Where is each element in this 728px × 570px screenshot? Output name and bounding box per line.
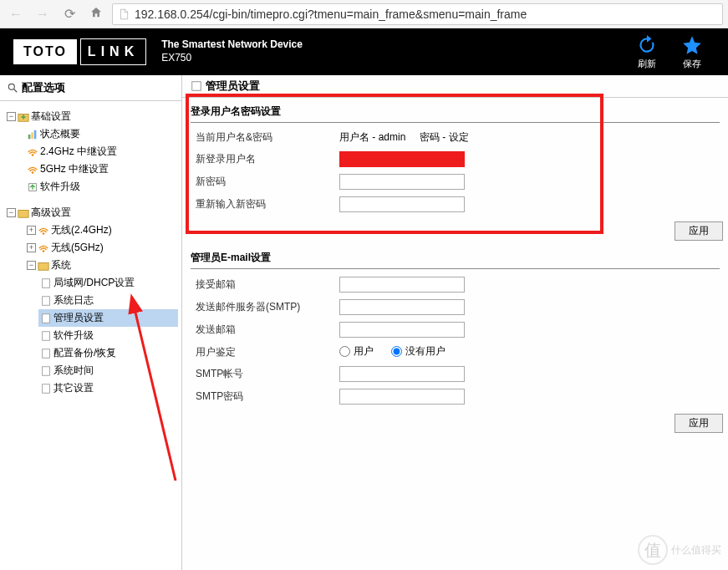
page-icon bbox=[40, 365, 52, 377]
row-confirm-password: 重新输入新密码 bbox=[192, 194, 718, 215]
page-icon bbox=[40, 295, 52, 307]
page-icon bbox=[40, 313, 52, 324]
svg-rect-20 bbox=[43, 366, 50, 375]
tree-admin-settings[interactable]: 管理员设置 bbox=[38, 309, 178, 327]
search-icon bbox=[7, 82, 18, 94]
sidebar: 配置选项 − 基础设置 状态概要 2.4GHz 中继设置 5GHz 中继设置 bbox=[0, 75, 182, 570]
upgrade-icon bbox=[27, 181, 38, 193]
email-form: 接受邮箱 发送邮件服务器(SMTP) 发送邮箱 用户鉴定 用户 bbox=[191, 272, 720, 409]
svg-rect-7 bbox=[34, 130, 37, 139]
logo-text-left: TOTO bbox=[13, 39, 77, 64]
tree-wireless-5[interactable]: + 无线(5GHz) bbox=[25, 239, 178, 257]
tree-basic-settings[interactable]: − 基础设置 bbox=[5, 108, 178, 125]
svg-rect-11 bbox=[18, 210, 28, 217]
tree-status[interactable]: 状态概要 bbox=[25, 125, 178, 143]
nav-back-button[interactable]: ← bbox=[5, 4, 27, 24]
svg-rect-17 bbox=[43, 313, 50, 323]
save-button[interactable]: 保存 bbox=[669, 34, 715, 70]
label-smtp-server: 发送邮件服务器(SMTP) bbox=[192, 297, 334, 318]
svg-rect-14 bbox=[38, 262, 48, 270]
svg-rect-22 bbox=[192, 82, 201, 91]
folder-icon bbox=[38, 260, 49, 272]
url-input[interactable] bbox=[135, 8, 717, 21]
smtp-account-input[interactable] bbox=[339, 366, 465, 382]
folder-icon bbox=[18, 207, 29, 219]
wifi-icon bbox=[38, 225, 49, 237]
label-smtp-account: SMTP帐号 bbox=[192, 364, 334, 384]
sidebar-title: 配置选项 bbox=[0, 75, 181, 101]
tree-syslog[interactable]: 系统日志 bbox=[38, 292, 178, 309]
model-text: EX750 bbox=[161, 52, 303, 65]
smtp-server-input[interactable] bbox=[339, 299, 465, 315]
svg-point-0 bbox=[8, 84, 14, 89]
refresh-button[interactable]: 刷新 bbox=[624, 34, 669, 70]
tree-5ghz-relay[interactable]: 5GHz 中继设置 bbox=[25, 160, 178, 178]
label-current: 当前用户名&密码 bbox=[192, 128, 334, 147]
watermark-icon: 值 bbox=[638, 535, 668, 565]
svg-point-9 bbox=[32, 171, 34, 174]
nav-home-button[interactable] bbox=[85, 4, 107, 24]
logo-text-right: LINK bbox=[80, 38, 146, 65]
label-send-mail: 发送邮箱 bbox=[192, 319, 334, 340]
tree-backup-restore[interactable]: 配置备份/恢复 bbox=[38, 344, 178, 362]
tree-firmware-upgrade-basic[interactable]: 软件升级 bbox=[25, 178, 178, 196]
folder-plus-icon bbox=[18, 111, 29, 123]
recv-mail-input[interactable] bbox=[339, 277, 465, 293]
tree-other-settings[interactable]: 其它设置 bbox=[38, 379, 178, 397]
content-area: 管理员设置 登录用户名密码设置 当前用户名&密码 用户名 - admin 密码 … bbox=[182, 75, 728, 570]
page-icon bbox=[118, 8, 130, 20]
new-username-input[interactable] bbox=[339, 151, 465, 167]
svg-point-13 bbox=[43, 250, 45, 252]
svg-rect-19 bbox=[43, 349, 50, 358]
current-username-value: 用户名 - admin bbox=[339, 131, 405, 143]
refresh-icon bbox=[636, 34, 658, 56]
watermark: 值 什么值得买 bbox=[638, 535, 721, 565]
smtp-password-input[interactable] bbox=[339, 389, 465, 405]
tree-lan-dhcp[interactable]: 局域网/DHCP设置 bbox=[38, 274, 178, 292]
page-icon bbox=[191, 80, 202, 92]
auth-user-radio[interactable] bbox=[339, 346, 350, 357]
label-recv-mail: 接受邮箱 bbox=[192, 274, 334, 295]
tagline: The Smartest Network Device EX750 bbox=[161, 38, 303, 64]
auth-none-option[interactable]: 没有用户 bbox=[391, 344, 445, 359]
page-icon bbox=[40, 383, 52, 394]
nav-reload-button[interactable]: ⟳ bbox=[59, 4, 80, 24]
apply-email-button[interactable]: 应用 bbox=[675, 414, 723, 433]
tree-firmware-upgrade[interactable]: 软件升级 bbox=[38, 327, 178, 344]
auth-user-option[interactable]: 用户 bbox=[339, 344, 374, 359]
svg-rect-18 bbox=[43, 331, 50, 340]
content-title: 管理员设置 bbox=[182, 75, 728, 98]
refresh-label: 刷新 bbox=[638, 58, 656, 70]
nav-forward-button[interactable]: → bbox=[32, 4, 53, 24]
auth-none-radio[interactable] bbox=[391, 346, 402, 357]
address-bar[interactable] bbox=[112, 3, 723, 25]
tree-advanced-settings[interactable]: − 高级设置 bbox=[5, 204, 178, 221]
svg-rect-4 bbox=[23, 115, 24, 119]
app-header: TOTO LINK The Smartest Network Device EX… bbox=[0, 28, 728, 75]
send-mail-input[interactable] bbox=[339, 322, 465, 338]
label-user-auth: 用户鉴定 bbox=[192, 342, 334, 362]
tree-wireless-24[interactable]: + 无线(2.4GHz) bbox=[25, 221, 178, 239]
wifi-icon bbox=[38, 242, 49, 254]
nav-tree: − 基础设置 状态概要 2.4GHz 中继设置 5GHz 中继设置 软件升级 bbox=[0, 101, 181, 404]
confirm-password-input[interactable] bbox=[339, 196, 465, 212]
svg-line-1 bbox=[14, 89, 18, 93]
apply-credentials-button[interactable]: 应用 bbox=[675, 221, 723, 241]
row-new-password: 新密码 bbox=[192, 171, 718, 192]
page-icon bbox=[40, 330, 52, 342]
svg-rect-5 bbox=[28, 135, 31, 139]
brand-logo: TOTO LINK bbox=[13, 38, 146, 65]
tree-system[interactable]: − 系统 bbox=[25, 257, 178, 274]
email-settings-title: 管理员E-mail设置 bbox=[191, 244, 720, 269]
row-new-username: 新登录用户名 bbox=[192, 149, 718, 170]
star-icon bbox=[681, 34, 703, 56]
save-label: 保存 bbox=[683, 58, 701, 70]
login-credentials-title: 登录用户名密码设置 bbox=[191, 98, 720, 123]
tree-system-time[interactable]: 系统时间 bbox=[38, 362, 178, 379]
new-password-input[interactable] bbox=[339, 174, 465, 190]
svg-rect-21 bbox=[43, 384, 50, 393]
page-icon bbox=[40, 348, 52, 359]
svg-point-8 bbox=[32, 154, 34, 156]
tree-24ghz-relay[interactable]: 2.4GHz 中继设置 bbox=[25, 143, 178, 160]
current-password-value: 密码 - 设定 bbox=[420, 131, 469, 143]
